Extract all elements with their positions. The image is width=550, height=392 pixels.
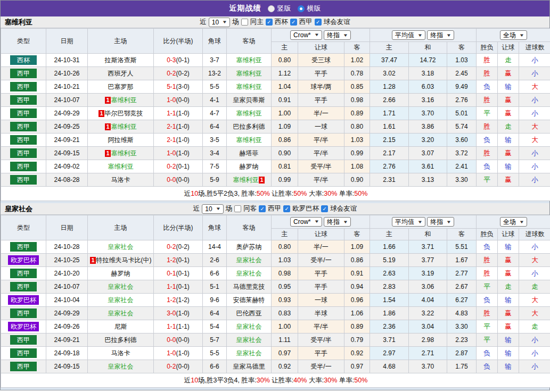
cell-avg-home: 2.17 <box>370 147 409 160</box>
scope-select[interactable]: 全场▼ <box>500 30 527 40</box>
team-name: 巴拉多利德 <box>233 123 265 130</box>
cell-result-goals: 小 <box>519 94 550 107</box>
cell-score: 0-2(0-0) <box>154 360 203 373</box>
col-header-handicap-result: 让球 <box>498 229 519 240</box>
cell-corners: 4-1 <box>203 94 227 107</box>
cell-odds-handicap-line: 平/半 <box>298 320 344 333</box>
cell-score: 0-1(0-1) <box>154 267 203 280</box>
team-name: 皇家社会 <box>108 363 134 370</box>
cell-league-type: 西甲 <box>1 80 46 94</box>
cell-away-team: 皇家社会 <box>227 347 272 360</box>
league-badge: 西甲 <box>10 335 37 345</box>
bookmaker-select[interactable]: Crow*▼ <box>290 217 322 227</box>
cell-odds-away: 0.80 <box>344 120 370 134</box>
team-name: 皇家社会 <box>108 310 134 317</box>
same-venue-checkbox[interactable] <box>241 19 248 26</box>
radio-checked-icon[interactable] <box>298 5 305 12</box>
cell-result-goals: 大 <box>519 80 550 94</box>
layout-radio-horizontal[interactable]: 横版 <box>298 4 321 13</box>
cell-home-team: 1塞维利亚 <box>88 147 154 160</box>
league-checkbox-3[interactable]: ✓ <box>315 19 322 26</box>
team-name: 塞维利亚 <box>111 96 137 104</box>
same-venue-checkbox[interactable] <box>234 205 241 212</box>
col-header-avg-draw: 和 <box>409 229 447 240</box>
col-header-home: 主场 <box>88 215 154 240</box>
cell-avg-away: 9.49 <box>447 80 477 94</box>
average-select[interactable]: 平均值▼ <box>392 217 425 227</box>
cell-home-team: 皇家社会 <box>88 280 154 294</box>
average-stage-select[interactable]: 终指▼ <box>427 30 454 40</box>
cell-away-team: 奥萨苏纳 <box>227 240 272 254</box>
cell-league-type: 西杯 <box>1 54 46 67</box>
same-venue-label: 同主 <box>250 18 264 27</box>
cell-odds-home: 1.04 <box>272 80 298 94</box>
layout-radio-vertical[interactable]: 竖版 <box>268 4 291 13</box>
team-name: 巴拉多利德 <box>105 336 137 344</box>
match-row: 西甲24-10-26西班牙人0-2(0-2)13-2塞维利亚1.12平手0.78… <box>1 67 550 80</box>
league-checkbox-1[interactable]: ✓ <box>266 19 273 26</box>
chevron-down-icon: ▼ <box>314 32 319 37</box>
league-badge: 西甲 <box>10 95 37 105</box>
league-checkbox-2[interactable]: ✓ <box>283 205 290 212</box>
cell-date: 24-10-28 <box>46 240 88 254</box>
cell-league-type: 西甲 <box>1 107 46 120</box>
team-name: 赫罗纳 <box>111 270 130 277</box>
cell-odds-away: 0.94 <box>344 280 370 294</box>
chevron-down-icon: ▼ <box>343 220 348 224</box>
cell-score: 1-0(1-0) <box>154 347 203 360</box>
bookmaker-select[interactable]: Crow*▼ <box>290 30 322 40</box>
cell-result-goals: 大 <box>519 307 550 320</box>
match-count-select[interactable]: 10▼ <box>202 204 223 214</box>
league-badge: 西甲 <box>10 148 37 158</box>
team-name: 安德莱赫特 <box>233 296 265 304</box>
cell-corners: 9-6 <box>203 294 227 307</box>
cell-away-team: 塞维利亚1 <box>227 173 272 187</box>
league-badge: 西甲 <box>10 162 37 171</box>
odds-stage-select[interactable]: 终指▼ <box>324 217 351 227</box>
cell-avg-draw: 3.20 <box>409 134 447 147</box>
cell-odds-home: 0.90 <box>272 147 298 160</box>
cell-home-team: 巴塞罗那 <box>88 80 154 94</box>
average-select[interactable]: 平均值▼ <box>392 30 425 40</box>
match-count-select[interactable]: 10▼ <box>209 18 230 27</box>
cell-league-type: 西甲 <box>1 134 46 147</box>
team-name: 皇家社会 <box>108 243 134 251</box>
cell-result-handicap: 走 <box>498 120 519 134</box>
league-badge: 西杯 <box>10 55 37 65</box>
cell-avg-home: 3.02 <box>370 67 409 80</box>
cell-result-goals: 小 <box>519 147 550 160</box>
cell-home-team: 拉斯洛查斯 <box>88 54 154 67</box>
average-stage-select[interactable]: 终指▼ <box>427 217 454 227</box>
league-checkbox-2[interactable]: ✓ <box>290 19 297 26</box>
radio-unchecked-icon[interactable] <box>268 5 275 12</box>
cell-result-handicap: 赢 <box>498 320 519 333</box>
cell-home-team: 赫罗纳 <box>88 267 154 280</box>
games-label: 场 <box>226 204 233 213</box>
cell-odds-away: 0.96 <box>344 294 370 307</box>
match-history-table: 类型 日期 主场 比分(半场) 角球 客场 Crow*▼ 终指▼ 平均值▼ 终指… <box>1 28 550 201</box>
cell-result-wdl: 负 <box>477 160 498 173</box>
col-header-date: 日期 <box>46 29 88 54</box>
cell-odds-home: 0.98 <box>272 267 298 280</box>
cell-odds-handicap-line: 半/一 <box>298 240 344 254</box>
odds-stage-select[interactable]: 终指▼ <box>324 30 351 40</box>
cell-result-wdl: 胜 <box>477 120 498 134</box>
cell-score: 1-2(1-2) <box>154 294 203 307</box>
league-checkbox-1[interactable]: ✓ <box>259 205 266 212</box>
cell-date: 24-09-18 <box>46 347 88 360</box>
cell-odds-handicap-line: 平手 <box>298 67 344 80</box>
scope-select[interactable]: 全场▼ <box>500 217 527 227</box>
scope-select-cell: 全场▼ <box>477 29 550 42</box>
cell-odds-handicap-line: 球半/两 <box>298 80 344 94</box>
cell-result-wdl: 平 <box>477 333 498 347</box>
cell-league-type: 西甲 <box>1 173 46 187</box>
cell-corners: 7-5 <box>203 160 227 173</box>
cell-odds-home: 0.97 <box>272 347 298 360</box>
cell-avg-home: 2.31 <box>370 173 409 187</box>
league-checkbox-3[interactable]: ✓ <box>321 205 328 212</box>
cell-avg-away: 2.76 <box>447 94 477 107</box>
team-name: 奥萨苏纳 <box>236 243 262 251</box>
col-header-home: 主场 <box>88 29 154 54</box>
cell-away-team: 马德里竞技 <box>227 280 272 294</box>
filter-bar: 皇家社会 近 10▼ 场 同客 ✓ 西甲 ✓ 欧罗巴杯 ✓ 球会友谊 <box>1 203 549 215</box>
